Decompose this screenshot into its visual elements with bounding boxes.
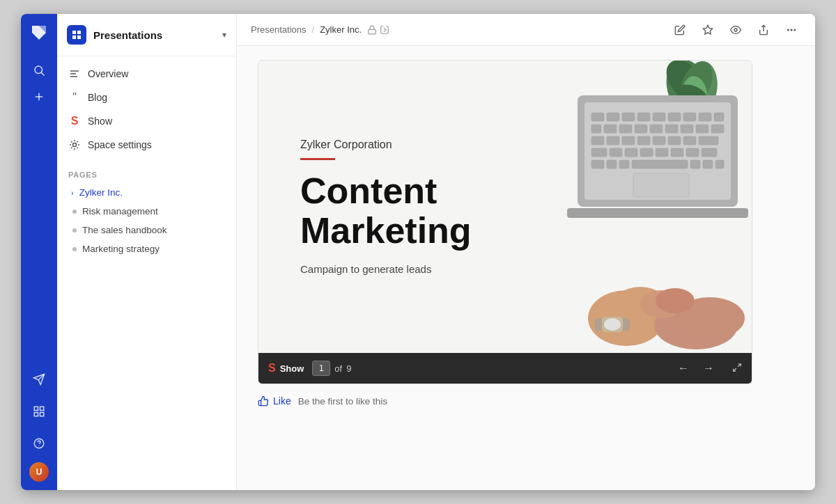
sidebar-space-title: Presentations — [93, 29, 215, 41]
svg-point-9 — [39, 446, 40, 446]
share-button[interactable] — [754, 20, 773, 40]
space-icon — [67, 25, 86, 45]
svg-marker-19 — [703, 25, 712, 34]
svg-rect-7 — [40, 413, 44, 416]
page-item-sales[interactable]: The sales handbook — [68, 221, 225, 239]
marketing-bullet-icon — [72, 247, 77, 251]
svg-rect-50 — [696, 125, 709, 133]
user-avatar[interactable]: U — [29, 462, 49, 482]
breadcrumb-zylker: Zylker Inc. — [320, 24, 362, 35]
app-logo[interactable] — [29, 22, 49, 43]
more-button[interactable] — [782, 20, 801, 40]
sales-bullet-icon — [72, 228, 77, 233]
slide-company: Zylker Corporation — [300, 139, 494, 151]
svg-rect-76 — [567, 208, 748, 218]
svg-rect-37 — [637, 113, 650, 121]
slide-divider — [300, 158, 335, 160]
svg-rect-59 — [699, 136, 718, 145]
svg-rect-46 — [635, 125, 647, 133]
like-text: Be the first to like this — [298, 396, 387, 407]
send-nav-icon[interactable] — [31, 372, 47, 387]
svg-rect-58 — [683, 136, 696, 145]
svg-rect-10 — [72, 31, 76, 34]
svg-rect-70 — [619, 160, 629, 168]
svg-rect-68 — [591, 160, 604, 168]
nav-item-blog[interactable]: " Blog — [57, 86, 236, 109]
svg-rect-18 — [369, 29, 376, 33]
svg-point-20 — [734, 29, 737, 31]
presentation-embed: Zylker Corporation Content Marketing Cam… — [258, 60, 752, 384]
next-slide-button[interactable]: → — [699, 361, 718, 376]
svg-rect-71 — [632, 160, 688, 168]
prev-slide-button[interactable]: ← — [674, 361, 693, 376]
svg-point-85 — [656, 288, 695, 313]
svg-rect-61 — [610, 148, 622, 157]
grid-nav-icon[interactable] — [31, 404, 47, 419]
svg-rect-74 — [715, 160, 724, 168]
slide-title: Content Marketing — [300, 171, 494, 251]
slide-nav-arrows: ← → — [674, 361, 718, 376]
svg-rect-60 — [591, 148, 607, 157]
svg-rect-57 — [668, 136, 681, 145]
svg-rect-69 — [607, 160, 617, 168]
svg-rect-63 — [640, 148, 653, 157]
svg-rect-41 — [699, 113, 711, 121]
breadcrumb-presentations[interactable]: Presentations — [251, 24, 307, 35]
svg-rect-4 — [34, 407, 38, 410]
svg-rect-13 — [77, 36, 81, 39]
show-label: Show — [280, 363, 304, 374]
sidebar: Presentations ▾ Overview " Blog — [57, 14, 237, 490]
fullscreen-button[interactable] — [732, 363, 742, 375]
svg-rect-35 — [607, 113, 619, 121]
page-item-risk[interactable]: Risk management — [68, 202, 225, 221]
nav-item-overview[interactable]: Overview — [57, 62, 236, 86]
svg-rect-44 — [604, 125, 617, 133]
current-slide: 1 — [312, 361, 330, 376]
star-button[interactable] — [698, 20, 718, 40]
help-nav-icon[interactable] — [31, 436, 47, 451]
nav-item-space-settings[interactable]: Space settings — [57, 133, 236, 157]
slide-subtitle: Campaign to generate leads — [300, 263, 494, 275]
page-item-marketing[interactable]: Marketing strategy — [68, 239, 225, 258]
svg-rect-54 — [622, 136, 635, 145]
page-item-zylker[interactable]: › Zylker Inc. — [68, 183, 225, 202]
svg-rect-12 — [72, 36, 76, 39]
toolbar-actions — [670, 20, 801, 40]
breadcrumb-icons — [367, 25, 389, 35]
add-nav-icon[interactable] — [31, 89, 47, 104]
svg-rect-42 — [714, 113, 724, 121]
edit-button[interactable] — [670, 20, 690, 40]
blog-label: Blog — [88, 92, 107, 103]
like-section: Like Be the first to like this — [258, 395, 794, 407]
svg-rect-66 — [686, 148, 699, 157]
settings-icon — [68, 139, 81, 151]
nav-bar: U — [21, 14, 57, 490]
svg-rect-6 — [34, 413, 38, 416]
of-label: of — [334, 363, 342, 374]
sidebar-chevron-icon[interactable]: ▾ — [222, 30, 226, 40]
slide-text-area: Zylker Corporation Content Marketing Cam… — [258, 61, 529, 353]
svg-rect-51 — [711, 125, 724, 133]
risk-page-label: Risk management — [82, 206, 158, 216]
content-area: Zylker Corporation Content Marketing Cam… — [237, 46, 815, 490]
toolbar: Presentations / Zylker Inc. — [237, 14, 815, 46]
svg-rect-64 — [656, 148, 668, 157]
nav-item-show[interactable]: S Show — [57, 109, 236, 133]
svg-rect-65 — [671, 148, 683, 157]
svg-point-17 — [73, 143, 77, 147]
svg-rect-75 — [633, 173, 689, 197]
slide-content: Zylker Corporation Content Marketing Cam… — [258, 61, 752, 353]
svg-rect-52 — [591, 136, 604, 145]
sidebar-nav: Overview " Blog S Show — [57, 56, 236, 162]
sales-page-label: The sales handbook — [82, 225, 167, 235]
svg-rect-67 — [702, 148, 717, 157]
svg-line-1 — [41, 72, 44, 75]
breadcrumb: Presentations / Zylker Inc. — [251, 24, 389, 35]
slide-image-area — [529, 61, 752, 353]
like-button[interactable]: Like — [258, 395, 291, 407]
blog-icon: " — [68, 91, 81, 104]
show-logo: S Show — [268, 362, 304, 375]
slide-preview: Zylker Corporation Content Marketing Cam… — [258, 61, 752, 353]
view-button[interactable] — [726, 20, 745, 40]
search-nav-icon[interactable] — [31, 63, 47, 78]
